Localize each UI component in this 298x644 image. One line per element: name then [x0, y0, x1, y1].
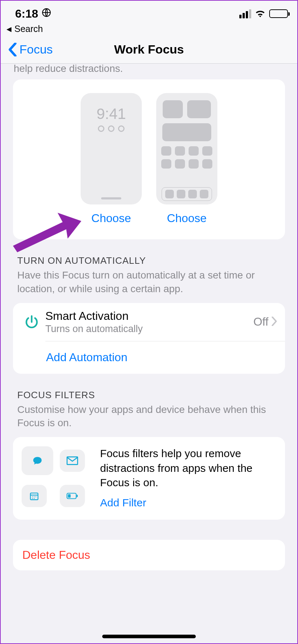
automation-card: Smart Activation Turns on automatically …	[13, 303, 285, 374]
home-indicator[interactable]	[102, 635, 196, 638]
chevron-right-icon	[271, 317, 277, 327]
cellular-signal-icon	[239, 9, 251, 18]
nav-back-button[interactable]: Focus	[8, 42, 53, 56]
breadcrumb-back-search[interactable]: ◀ Search	[1, 22, 297, 38]
filters-body-text: Focus filters help you remove distractio…	[100, 446, 276, 490]
delete-card: Delete Focus	[13, 540, 285, 570]
smart-activation-subtitle: Turns on automatically	[45, 323, 253, 335]
svg-point-5	[32, 496, 33, 497]
choose-lock-screen-button[interactable]: Choose	[91, 212, 131, 225]
location-globe-icon	[42, 8, 51, 20]
section-header-automation: TURN ON AUTOMATICALLY Have this Focus tu…	[1, 239, 297, 298]
choose-home-screen-button[interactable]: Choose	[167, 212, 207, 225]
svg-point-7	[36, 496, 36, 497]
nav-back-label: Focus	[19, 42, 53, 56]
section-title-automation: TURN ON AUTOMATICALLY	[17, 255, 281, 266]
svg-point-8	[32, 498, 33, 499]
svg-point-6	[34, 496, 35, 497]
low-power-app-icon	[60, 485, 85, 507]
wifi-icon	[255, 9, 266, 19]
back-triangle-icon: ◀	[6, 25, 12, 33]
svg-point-9	[34, 498, 35, 499]
svg-rect-11	[77, 495, 78, 497]
home-preview-dock-icon	[162, 187, 212, 201]
breadcrumb-label: Search	[14, 24, 43, 34]
section-header-filters: FOCUS FILTERS Customise how your apps an…	[1, 374, 297, 432]
smart-activation-row[interactable]: Smart Activation Turns on automatically …	[13, 303, 285, 341]
add-automation-label: Add Automation	[46, 351, 127, 364]
add-filter-button[interactable]: Add Filter	[100, 497, 276, 509]
smart-activation-title: Smart Activation	[45, 309, 253, 323]
section-title-filters: FOCUS FILTERS	[17, 390, 281, 401]
section-desc-automation: Have this Focus turn on automatically at…	[17, 268, 281, 296]
lock-preview-homebar-icon	[101, 197, 121, 199]
calendar-app-icon	[22, 485, 47, 507]
nav-header: Focus Work Focus	[1, 38, 297, 64]
mail-app-icon	[60, 450, 85, 472]
lock-preview-widgets-icon	[98, 125, 125, 132]
truncated-description: help reduce distractions.	[1, 63, 297, 74]
filter-icons-grid	[22, 446, 92, 510]
status-bar: 6:18	[1, 1, 297, 22]
section-desc-filters: Customise how your apps and device behav…	[17, 403, 281, 430]
power-icon	[21, 314, 42, 330]
messages-app-icon	[22, 446, 53, 475]
home-screen-preview[interactable]	[156, 93, 217, 204]
lock-screen-preview[interactable]: 9:41	[81, 93, 142, 204]
add-automation-button[interactable]: Add Automation	[13, 341, 285, 374]
lock-preview-time: 9:41	[96, 105, 126, 123]
delete-focus-button[interactable]: Delete Focus	[22, 548, 276, 562]
chevron-left-icon	[8, 43, 17, 56]
customise-screens-card: 9:41 Choose Choose	[13, 79, 285, 239]
battery-icon	[269, 9, 288, 18]
status-time: 6:18	[15, 7, 38, 20]
smart-activation-value: Off	[253, 315, 268, 328]
svg-rect-12	[68, 494, 71, 498]
filters-card: Focus filters help you remove distractio…	[13, 437, 285, 520]
